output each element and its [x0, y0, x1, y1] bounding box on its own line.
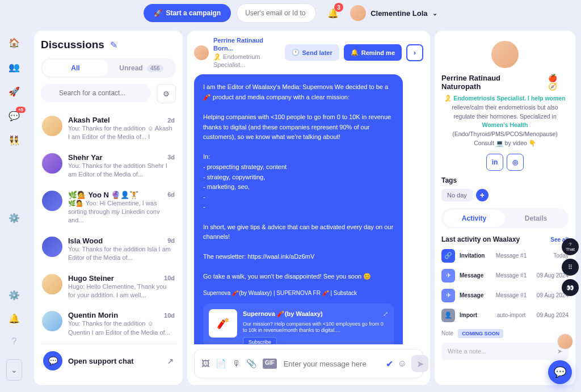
emoji-icon[interactable]: ☺ — [398, 359, 407, 369]
start-campaign-button[interactable]: 🚀 Start a campaign — [144, 4, 231, 22]
chat-icon[interactable]: 💬+5 — [9, 111, 20, 121]
tag-chip[interactable]: No day — [441, 189, 473, 201]
people-icon[interactable]: 👥 — [9, 62, 20, 73]
subscribe-button[interactable]: Subscribe — [243, 337, 277, 344]
profile-tabs: Activity Details — [441, 208, 569, 229]
discussions-panel: Discussions ✎ All Unread 456 ⚙ Akash Pat… — [34, 31, 183, 385]
avatar — [42, 274, 62, 294]
image-icon[interactable]: 🖼 — [201, 359, 210, 369]
list-item[interactable]: Akash Patel2dYou: Thanks for the additio… — [41, 110, 176, 147]
contact-list: Akash Patel2dYou: Thanks for the additio… — [41, 110, 176, 344]
remind-me-button[interactable]: 🔔 Remind me — [344, 44, 402, 61]
message-composer: 🖼 📄 🎙 📎 GIF ✔ ☺ ➤ — [194, 349, 423, 378]
profile-panel: Perrine Ratinaud Naturopath 🍎 🧭 🎗️ Endom… — [435, 31, 575, 385]
chat-badge: +5 — [16, 107, 26, 113]
remind-me-label: Remind me — [361, 49, 395, 56]
tab-unread[interactable]: Unread 456 — [108, 60, 174, 77]
notifications-icon[interactable]: 🔔 — [9, 313, 20, 324]
linkedin-icon[interactable]: in — [486, 154, 503, 171]
user-icon: 👤 — [441, 309, 455, 322]
open-support-chat[interactable]: 💬 Open support chat ↗ — [41, 344, 176, 377]
tab-activity[interactable]: Activity — [443, 210, 505, 227]
instagram-icon[interactable]: ◎ — [507, 154, 524, 171]
avatar — [42, 191, 62, 211]
profile-emoji: 🍎 🧭 — [548, 74, 569, 91]
avatar — [350, 5, 366, 21]
external-link-icon: ↗ — [167, 357, 174, 365]
conversation-panel: Perrine Ratinaud Born... 🎗️ Endometrium … — [187, 31, 430, 385]
rocket-icon: 🚀 — [154, 9, 162, 17]
check-icon[interactable]: ✔ — [386, 359, 393, 369]
message-input[interactable] — [284, 360, 379, 368]
link-preview-header: Supernova 🧨(by Waalaxy) | SUPERNOVA FR 🧨… — [203, 289, 394, 298]
tab-all[interactable]: All — [43, 60, 108, 77]
next-button[interactable]: › — [406, 44, 423, 61]
intercom-launcher[interactable]: 💬 — [548, 360, 572, 384]
edit-icon[interactable]: ✎ — [110, 40, 117, 50]
activity-row: 👤 Import auto-import 09 Aug 2024 — [441, 309, 569, 322]
bell-icon: 🔔 — [351, 49, 359, 56]
apps-icon[interactable]: ⠿ — [562, 259, 579, 276]
coming-soon-badge: COMING SOON — [458, 329, 503, 338]
preview-image: 🧨 — [209, 309, 237, 338]
gif-icon[interactable]: GIF — [263, 359, 277, 369]
attachment-icon[interactable]: 📎 — [246, 359, 257, 369]
activity-row: ✈ Message Message #1 09 Aug 2024 — [441, 269, 569, 283]
filter-icon[interactable]: ⚙ — [157, 84, 176, 103]
campaigns-icon[interactable]: 🚀 — [9, 86, 20, 97]
note-input[interactable]: Write a note... ➤ — [441, 343, 569, 360]
last-activity-label: Last activity on Waalaxy — [441, 235, 520, 243]
unread-count: 456 — [147, 65, 163, 72]
discussions-title: Discussions — [41, 39, 104, 51]
avatar — [194, 45, 209, 60]
nav-rail: 🏠 👥 🚀 💬+5 👯 ⚙️ ⚙️ 🔔 ? ⌄ — [0, 26, 28, 392]
start-campaign-label: Start a campaign — [166, 9, 221, 17]
activity-row: ✈ Message Message #1 09 Aug 2024 — [441, 289, 569, 302]
avatar — [491, 41, 519, 68]
link-preview-card[interactable]: 🧨 Supernova 🧨(by Waalaxy)⤢ Our mission? … — [203, 304, 394, 344]
voice-icon[interactable]: 🎙 — [232, 359, 241, 369]
sent-message: I am the Editor of Waalaxy's Media: Supe… — [194, 74, 403, 344]
tab-details[interactable]: Details — [505, 210, 567, 227]
send-later-button[interactable]: 🕐 Send later — [285, 44, 339, 61]
chevron-down-icon: ⌄ — [432, 10, 437, 17]
user-menu[interactable]: Clementine Lola ⌄ — [350, 5, 437, 21]
bell-badge: 3 — [334, 3, 343, 12]
contact-name: Perrine Ratinaud Born... — [213, 36, 280, 53]
send-icon: ✈ — [441, 269, 455, 283]
profile-name: Perrine Ratinaud Naturopath — [441, 74, 541, 91]
help-bubble-icon[interactable]: ?That — [562, 238, 579, 255]
list-item[interactable]: 🌿💁 Yoo N 🔮👤🏋️6d🌿💁 Yoo: Hi Clementine, I … — [41, 185, 176, 231]
list-item[interactable]: Quentin Morin10dYou: Thanks for the addi… — [41, 305, 176, 343]
card-description: Our mission? Help companies with <100 em… — [243, 321, 388, 334]
list-item[interactable]: Isla Wood9dYou: Thanks for the addition … — [41, 231, 176, 268]
team-icon[interactable]: 👯 — [9, 135, 20, 146]
login-as-input[interactable] — [237, 3, 316, 23]
bell-icon[interactable]: 🔔 3 — [325, 5, 341, 21]
settings-icon[interactable]: ⚙️ — [9, 213, 20, 224]
support-label: Open support chat — [68, 357, 134, 365]
note-placeholder: Write a note... — [448, 348, 486, 355]
avatar — [42, 311, 62, 331]
bot-icon[interactable]: 👀 — [562, 279, 579, 296]
collapse-icon[interactable]: ⌄ — [6, 359, 22, 381]
activity-row: 🔗 Invitation Message #1 Today — [441, 249, 569, 263]
user-name: Clementine Lola — [371, 9, 427, 18]
home-icon[interactable]: 🏠 — [9, 37, 20, 48]
card-title: Supernova 🧨(by Waalaxy) — [243, 309, 323, 319]
send-button[interactable]: ➤ — [411, 355, 428, 372]
template-icon[interactable]: 📄 — [216, 359, 226, 369]
search-input[interactable] — [41, 84, 151, 102]
list-item[interactable]: Hugo Steiner10dHugo: Hello Clementine, T… — [41, 268, 176, 306]
tags-label: Tags — [441, 176, 569, 184]
link-icon: 🔗 — [441, 249, 455, 263]
clock-icon: 🕐 — [292, 49, 300, 56]
avatar — [42, 237, 62, 257]
add-tag-button[interactable]: + — [476, 189, 489, 201]
help-icon[interactable]: ? — [12, 336, 17, 347]
send-later-label: Send later — [302, 49, 332, 56]
list-item[interactable]: Shehr Yar3dYou: Thanks for the addition … — [41, 147, 176, 185]
contact-subtitle: 🎗️ Endometrium Specialist... — [213, 53, 280, 69]
profile-description: 🎗️ Endometriosis Specialist. I help wome… — [441, 94, 569, 148]
gear-icon[interactable]: ⚙️ — [9, 290, 20, 301]
